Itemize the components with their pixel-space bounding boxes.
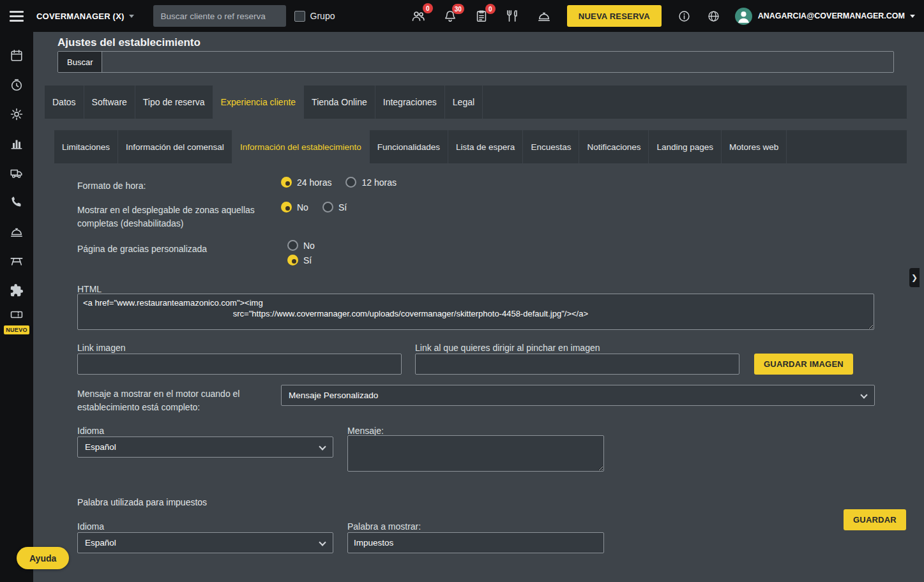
radio-gracias-no-label: No: [303, 241, 315, 251]
left-sidebar: NUEVO: [0, 32, 33, 582]
sidebar-gear-icon[interactable]: [0, 100, 33, 129]
radio-24-horas-label: 24 horas: [297, 177, 331, 188]
tab-datos[interactable]: Datos: [45, 86, 84, 119]
reservation-list-icon[interactable]: 0: [474, 9, 489, 23]
ayuda-button[interactable]: Ayuda: [17, 547, 69, 569]
nuevo-badge: NUEVO: [4, 325, 29, 334]
side-panel-toggle[interactable]: ❯: [909, 268, 920, 287]
chevron-down-icon: [129, 15, 134, 18]
sidebar-ticket-icon[interactable]: [0, 305, 33, 324]
radio-zonas-si-label: Sí: [338, 202, 347, 213]
link-destino-input[interactable]: [415, 354, 739, 375]
chevron-down-icon: [860, 391, 867, 398]
settings-page: Ajustes del establecimiento Buscar Datos…: [33, 32, 924, 582]
subtab-funcionalidades[interactable]: Funcionalidades: [370, 130, 448, 163]
user-avatar[interactable]: [735, 8, 752, 25]
radio-dot-selected[interactable]: [281, 177, 292, 188]
gracias-label: Página de gracias personalizada: [77, 243, 207, 256]
covers-people-icon[interactable]: 0: [411, 8, 426, 24]
checkbox-box[interactable]: [294, 11, 305, 22]
idioma2-select[interactable]: Español: [77, 532, 333, 553]
subtab-lista-de-espera[interactable]: Lista de espera: [448, 130, 523, 163]
radio-gracias-si-label: Sí: [303, 255, 312, 265]
link-imagen-label: Link imagen: [77, 341, 126, 355]
mensaje-motor-select[interactable]: Mensaje Personalizado: [281, 385, 875, 406]
establishment-switcher[interactable]: COVERMANAGER (X): [36, 11, 134, 21]
service-bell-icon[interactable]: [537, 9, 551, 23]
restaurant-cutlery-icon[interactable]: [506, 9, 520, 23]
tab-integraciones[interactable]: Integraciones: [375, 86, 445, 119]
covers-badge: 0: [423, 3, 433, 13]
guardar-button[interactable]: GUARDAR: [844, 509, 906, 530]
sidebar-delivery-truck-icon[interactable]: [0, 158, 33, 188]
grupo-checkbox[interactable]: Grupo: [294, 11, 335, 22]
mensaje-textarea[interactable]: [347, 435, 604, 472]
globe-language-icon[interactable]: [707, 10, 720, 23]
subtab-informacion-del-comensal[interactable]: Información del comensal: [118, 130, 232, 163]
radio-gracias-si[interactable]: Sí: [287, 255, 315, 265]
mensaje-motor-value: Mensaje Personalizado: [289, 391, 378, 400]
link-destino-label: Link al que quieres dirigir al pinchar e…: [415, 341, 600, 355]
idioma-select[interactable]: Español: [77, 436, 333, 458]
subtab-notificaciones[interactable]: Notificaciones: [579, 130, 649, 163]
nueva-reserva-button[interactable]: NUEVA RESERVA: [567, 5, 662, 27]
tab-tipo-de-reserva[interactable]: Tipo de reserva: [135, 86, 213, 119]
tab-tienda-online[interactable]: Tienda Online: [304, 86, 375, 119]
radio-zonas-no-label: No: [297, 202, 308, 213]
settings-search-bar: Buscar: [57, 51, 894, 73]
sub-tabs: Limitaciones Información del comensal In…: [54, 130, 907, 163]
palabra-input[interactable]: [347, 532, 604, 553]
hamburger-menu-icon[interactable]: [6, 6, 27, 26]
idioma2-label: Idioma: [77, 520, 104, 534]
topbar-icons: 0 30 0: [411, 8, 551, 24]
radio-dot[interactable]: [345, 177, 356, 188]
subtab-motores-web[interactable]: Motores web: [722, 130, 787, 163]
radio-zonas-no[interactable]: No: [281, 202, 308, 213]
info-icon[interactable]: [678, 10, 691, 23]
grupo-label: Grupo: [310, 11, 335, 21]
guardar-imagen-button[interactable]: GUARDAR IMAGEN: [754, 354, 853, 375]
palabra-label: Palabra a mostrar:: [347, 520, 421, 534]
idioma-label: Idioma: [77, 424, 104, 438]
radio-zonas-si[interactable]: Sí: [322, 202, 347, 213]
subtab-informacion-del-establecimiento[interactable]: Información del establecimiento: [232, 130, 370, 163]
notifications-bell-icon[interactable]: 30: [443, 9, 457, 23]
subtab-encuestas[interactable]: Encuestas: [523, 130, 579, 163]
tab-software[interactable]: Software: [84, 86, 135, 119]
radio-gracias-no[interactable]: No: [287, 240, 315, 251]
radio-24-horas[interactable]: 24 horas: [281, 177, 331, 188]
formato-hora-radios: 24 horas 12 horas: [281, 177, 397, 188]
user-menu-caret-icon[interactable]: [910, 15, 915, 18]
sidebar-clock-icon[interactable]: [0, 70, 33, 100]
sidebar-phone-icon[interactable]: [0, 188, 33, 217]
gracias-radios: No Sí: [287, 240, 315, 265]
subtab-limitaciones[interactable]: Limitaciones: [54, 130, 118, 163]
sidebar-calendar-icon[interactable]: [0, 41, 33, 70]
tab-experiencia-cliente[interactable]: Experiencia cliente: [213, 86, 305, 119]
client-search-input[interactable]: [153, 5, 286, 27]
user-email[interactable]: ANAGARCIA@COVERMANAGER.COM: [758, 11, 905, 20]
subtab-landing-pages[interactable]: Landing pages: [649, 130, 722, 163]
radio-dot[interactable]: [287, 240, 298, 251]
chevron-down-icon: [319, 539, 326, 546]
chevron-right-icon: ❯: [911, 273, 918, 282]
radio-12-horas-label: 12 horas: [361, 177, 396, 188]
radio-dot-selected[interactable]: [287, 255, 298, 265]
radio-dot[interactable]: [322, 202, 333, 213]
chevron-down-icon: [319, 443, 326, 450]
settings-search-input[interactable]: [102, 52, 893, 72]
sidebar-service-bell-icon[interactable]: [0, 217, 33, 246]
formato-hora-label: Formato de hora:: [77, 179, 146, 193]
html-textarea[interactable]: <a href="www.restauranteamazonico.com"><…: [77, 294, 874, 330]
sidebar-table-icon[interactable]: [0, 246, 33, 276]
tab-legal[interactable]: Legal: [445, 86, 483, 119]
radio-12-horas[interactable]: 12 horas: [345, 177, 396, 188]
link-imagen-input[interactable]: [77, 354, 402, 375]
sidebar-chart-icon[interactable]: [0, 129, 33, 158]
radio-dot-selected[interactable]: [281, 202, 292, 213]
main-tabs: Datos Software Tipo de reserva Experienc…: [45, 86, 907, 119]
brand-label: COVERMANAGER (X): [36, 11, 125, 21]
buscar-button[interactable]: Buscar: [58, 52, 102, 72]
notifications-badge: 30: [452, 4, 464, 14]
sidebar-puzzle-icon[interactable]: [0, 276, 33, 305]
